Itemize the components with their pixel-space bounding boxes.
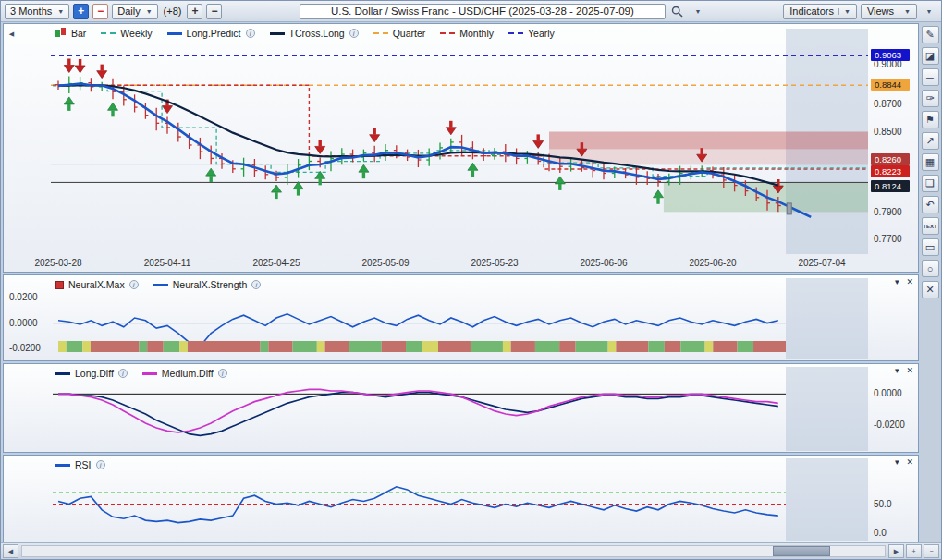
delete-icon[interactable]: ✕ (922, 281, 939, 298)
date-tick-label: 2025-05-23 (462, 258, 527, 268)
date-tick-label: 2025-06-20 (680, 258, 745, 268)
trading-app: 3 Months ▼ + − Daily ▼ (+8) + − U.S. Dol… (0, 0, 942, 560)
panel-collapse-icon[interactable]: ▾ (895, 457, 899, 467)
info-icon[interactable]: i (349, 29, 359, 38)
neuralx-panel: NeuralX.MaxiNeuralX.Strengthi 0.02000.00… (3, 274, 919, 361)
value-tick-label: 0.0200 (9, 292, 38, 302)
legend-item[interactable]: NeuralX.Strengthi (153, 279, 262, 290)
flag-icon[interactable]: ⚑ (922, 111, 939, 128)
scrollbar-right-arrow[interactable]: ▶ (888, 544, 904, 558)
scrollbar-thumb[interactable] (773, 546, 830, 556)
add-bars-button[interactable]: + (187, 4, 202, 19)
views-button[interactable]: Views ▼ (861, 4, 917, 19)
scrollbar-left-arrow[interactable]: ◀ (3, 544, 18, 558)
views-button-label: Views (867, 6, 894, 17)
value-tick-label: 0.0000 (874, 388, 902, 398)
scroll-left-button[interactable]: ◀ (6, 29, 17, 39)
date-tick-label: 2025-04-25 (244, 258, 309, 268)
legend-label: Yearly (528, 28, 555, 39)
line-swatch-icon (270, 32, 285, 35)
legend-label: RSI (75, 459, 92, 470)
price-level-badge: 0.8124 (871, 180, 910, 192)
info-icon[interactable]: i (118, 369, 128, 378)
comment-icon[interactable]: ❏ (922, 175, 939, 192)
line-swatch-icon (55, 464, 70, 467)
legend-item[interactable]: Long.Diffi (55, 368, 128, 379)
info-icon[interactable]: i (246, 29, 255, 38)
legend-item[interactable]: Long.Predicti (167, 28, 255, 39)
grid-icon[interactable]: ▦ (922, 153, 939, 171)
box-swatch-icon (55, 281, 64, 289)
range-increase-button[interactable]: + (73, 4, 89, 19)
legend-item[interactable]: Weekly (101, 28, 152, 39)
more-options-button[interactable]: ▼ (921, 4, 937, 19)
pencil-icon[interactable]: ✎ (922, 26, 939, 43)
zoom-out-button[interactable]: − (924, 544, 939, 558)
legend-label: Medium.Diff (162, 368, 214, 379)
panel-close-icon[interactable]: ✕ (906, 457, 913, 467)
rsi-panel: RSIi 50.00.0 ▾ ✕ (3, 455, 919, 542)
price-level-badge: 0.8260 (871, 153, 910, 165)
panel-close-icon[interactable]: ✕ (906, 277, 913, 286)
dash-swatch-icon (508, 32, 523, 34)
legend-label: Quarter (393, 28, 426, 39)
undo-curve-icon[interactable]: ↶ (922, 196, 939, 213)
chevron-down-icon: ▼ (926, 8, 933, 15)
legend-item[interactable]: Quarter (373, 28, 426, 39)
value-tick-label: 0.0000 (9, 318, 38, 328)
line-tool-icon[interactable]: ─ (922, 68, 939, 86)
remove-bars-button[interactable]: − (206, 4, 222, 19)
diff-panel-controls: ▾ ✕ (895, 366, 913, 375)
horizontal-scrollbar: ◀ ▶ + − (1, 542, 941, 559)
rectangle-icon[interactable]: ▭ (922, 238, 939, 256)
search-button[interactable] (669, 4, 686, 19)
legend-item[interactable]: Yearly (508, 28, 555, 39)
range-select-value: 3 Months (10, 6, 52, 17)
rsi-y-axis: 50.00.0 (869, 456, 917, 542)
symbol-dropdown-button[interactable]: ▼ (690, 4, 706, 19)
scrollbar-track[interactable] (21, 545, 886, 557)
diff-y-axis: 0.0000-0.0200 (869, 364, 917, 452)
legend-label: Weekly (120, 28, 152, 39)
diff-legend: Long.DiffiMedium.Diffi (55, 368, 227, 379)
line-swatch-icon (153, 284, 168, 286)
date-tick-label: 2025-06-06 (571, 258, 636, 268)
info-icon[interactable]: i (96, 460, 105, 469)
price-tick-label: 0.8700 (874, 99, 902, 109)
interval-select[interactable]: Daily ▼ (112, 4, 157, 19)
legend-item[interactable]: TCross.Longi (270, 28, 359, 39)
price-tick-label: 0.7700 (874, 234, 902, 244)
range-select[interactable]: 3 Months ▼ (5, 4, 69, 19)
drawing-toolbar: ✎◪─✑⚑↗▦❏↶TEXT▭○✕ (919, 22, 941, 542)
dash-swatch-icon (373, 32, 388, 34)
indicators-button[interactable]: Indicators ▼ (783, 4, 857, 19)
value-tick-label: -0.0200 (874, 420, 905, 430)
date-tick-label: 2025-04-11 (135, 258, 200, 268)
ellipse-icon[interactable]: ○ (922, 260, 939, 277)
legend-item[interactable]: Medium.Diffi (142, 368, 227, 379)
panel-close-icon[interactable]: ✕ (906, 366, 913, 375)
text-tool[interactable]: TEXT (922, 217, 939, 235)
info-icon[interactable]: i (129, 280, 139, 289)
symbol-title-box[interactable]: U.S. Dollar / Swiss Franc - USD/CHF (202… (300, 4, 666, 19)
chevron-down-icon: ▼ (146, 8, 153, 15)
main-chart-svg[interactable] (5, 25, 869, 256)
legend-item[interactable]: NeuralX.Maxi (55, 279, 139, 290)
zoom-in-button[interactable]: + (906, 544, 922, 558)
eraser-icon[interactable]: ◪ (922, 47, 939, 65)
range-decrease-button[interactable]: − (92, 4, 108, 19)
neural-panel-controls: ▾ ✕ (895, 277, 913, 286)
price-level-badge: 0.8844 (871, 79, 910, 91)
legend-item[interactable]: Bar (55, 28, 86, 39)
rsi-svg[interactable] (5, 457, 869, 542)
legend-item[interactable]: RSIi (55, 459, 105, 470)
panel-collapse-icon[interactable]: ▾ (895, 277, 899, 286)
legend-item[interactable]: Monthly (440, 28, 494, 39)
chevron-down-icon: ▼ (838, 8, 850, 15)
trend-arrow-icon[interactable]: ↗ (922, 132, 939, 150)
dash-swatch-icon (440, 32, 455, 34)
info-icon[interactable]: i (218, 369, 227, 378)
info-icon[interactable]: i (251, 280, 261, 289)
brush-icon[interactable]: ✑ (922, 90, 939, 107)
panel-collapse-icon[interactable]: ▾ (895, 366, 899, 375)
